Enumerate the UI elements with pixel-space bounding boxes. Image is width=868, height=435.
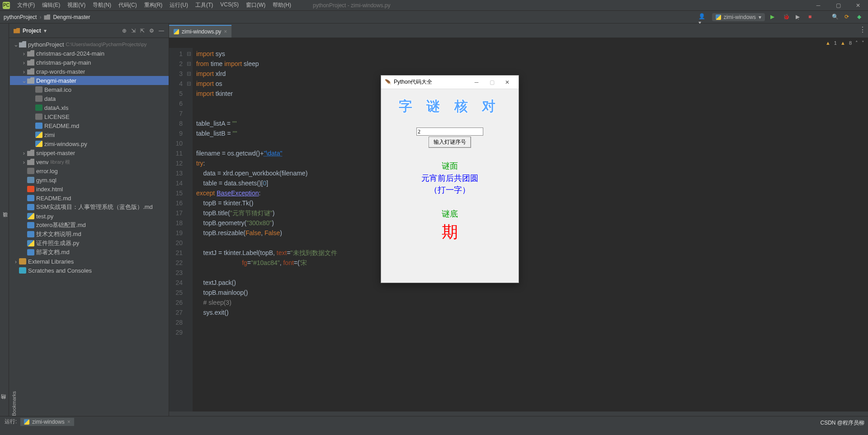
menu-item[interactable]: 编辑(E): [38, 1, 64, 9]
window-title: pythonProject - zimi-windows.py: [313, 2, 390, 9]
tree-row[interactable]: README.md: [10, 194, 169, 203]
tree-row[interactable]: 技术文档说明.md: [10, 230, 169, 239]
tree-row[interactable]: ›crap-words-master: [10, 67, 169, 76]
menu-item[interactable]: VCS(S): [217, 1, 242, 9]
expand-all-icon[interactable]: ⇲: [131, 28, 136, 34]
chevron-right-icon[interactable]: ›: [22, 150, 26, 156]
tab-project[interactable]: 项目: [2, 219, 9, 222]
tree-row[interactable]: zimi: [10, 130, 169, 139]
chevron-right-icon[interactable]: ›: [22, 50, 26, 57]
popup-title-bar[interactable]: 🪶 Python代码大全 ─ ▢ ✕: [381, 76, 519, 89]
debug-button[interactable]: 🐞: [783, 14, 790, 21]
chevron-down-icon[interactable]: ⌄: [14, 41, 18, 48]
tree-row[interactable]: zimi-windows.py: [10, 139, 169, 148]
select-open-file-icon[interactable]: ⊕: [122, 28, 127, 34]
search-icon[interactable]: 🔍: [832, 14, 839, 21]
chevron-right-icon[interactable]: ›: [22, 59, 26, 66]
tree-row[interactable]: dataA.xls: [10, 103, 169, 112]
weak-warning-icon[interactable]: ▲: [840, 40, 845, 46]
tree-item-label: data: [44, 95, 56, 102]
popup-minimize-button[interactable]: ─: [469, 77, 484, 88]
menu-item[interactable]: 代码(C): [115, 1, 141, 9]
project-tree[interactable]: ⌄pythonProjectC:\Users\wdaog\PycharmProj…: [9, 38, 169, 416]
run-with-coverage-button[interactable]: ▶̣: [796, 14, 803, 21]
run-config-label: zimi-windows: [724, 14, 756, 20]
tree-row[interactable]: zotero基础配置.md: [10, 221, 169, 230]
collapse-all-icon[interactable]: ⇱: [140, 28, 145, 34]
minimize-button[interactable]: ─: [808, 0, 828, 11]
tree-row[interactable]: ⌄Dengmi-master: [10, 76, 169, 85]
breadcrumb-folder-icon: [44, 14, 50, 20]
chevron-down-icon[interactable]: ⌄: [22, 77, 26, 84]
riddle-number-input[interactable]: [416, 128, 483, 136]
run-tool-window-bar: 运行: zimi-windows ×: [0, 416, 868, 427]
popup-close-button[interactable]: ✕: [500, 77, 515, 88]
tree-row[interactable]: index.html: [10, 184, 169, 194]
run-tab[interactable]: zimi-windows ×: [20, 418, 74, 426]
menu-item[interactable]: 重构(R): [141, 1, 166, 9]
popup-maximize-button[interactable]: ▢: [484, 77, 500, 88]
tree-row[interactable]: ›venvlibrary 根: [10, 157, 169, 166]
editor-more-icon[interactable]: ⋮: [859, 25, 866, 34]
tree-row[interactable]: gym.sql: [10, 175, 169, 184]
tree-item-label: README.md: [36, 195, 71, 202]
hide-panel-icon[interactable]: —: [159, 28, 164, 34]
menu-item[interactable]: 窗口(W): [242, 1, 269, 9]
chevron-right-icon[interactable]: ›: [22, 159, 26, 165]
tree-row[interactable]: ›christmas-party-main: [10, 58, 169, 67]
tree-row[interactable]: LICENSE: [10, 112, 169, 121]
close-button[interactable]: ✕: [848, 0, 868, 11]
fold-gutter[interactable]: ⊟⊟⊟⊟: [185, 48, 193, 411]
folder-icon: [27, 159, 34, 165]
chevron-down-icon: ▾: [759, 14, 761, 20]
chevron-up-icon[interactable]: ˄: [855, 40, 858, 46]
menu-item[interactable]: 工具(T): [192, 1, 217, 9]
editor-tab-label: zimi-windows.py: [182, 28, 221, 35]
menu-item[interactable]: 导航(N): [89, 1, 115, 9]
code-content[interactable]: import sysfrom time import sleepimport x…: [193, 48, 868, 411]
breadcrumb-item[interactable]: pythonProject: [4, 14, 37, 20]
tab-bookmarks[interactable]: Bookmarks: [11, 391, 17, 416]
stop-button[interactable]: ■: [808, 14, 816, 21]
account-icon[interactable]: 👤▾: [698, 13, 707, 21]
chevron-right-icon[interactable]: ›: [22, 68, 26, 75]
chevron-right-icon[interactable]: ›: [14, 258, 18, 265]
tree-row[interactable]: data: [10, 94, 169, 103]
menu-item[interactable]: 视图(V): [64, 1, 89, 9]
update-icon[interactable]: ⟳: [844, 14, 852, 21]
chevron-down-icon[interactable]: ˅: [862, 40, 864, 46]
tree-row[interactable]: ›christmas-card-2024-main: [10, 49, 169, 58]
tree-row[interactable]: ›snippet-master: [10, 148, 169, 157]
editor-tab[interactable]: zimi-windows.py ×: [169, 25, 231, 38]
tree-row[interactable]: README.md: [10, 121, 169, 130]
tree-row[interactable]: ⌄pythonProjectC:\Users\wdaog\PycharmProj…: [10, 40, 169, 49]
horizontal-scrollbar[interactable]: [169, 411, 868, 416]
submit-button[interactable]: 输入灯谜序号: [429, 137, 471, 148]
menu-item[interactable]: 运行(U): [166, 1, 192, 9]
tree-row[interactable]: 证件照生成器.py: [10, 239, 169, 248]
run-button[interactable]: ▶: [770, 14, 778, 21]
maximize-button[interactable]: ▢: [828, 0, 848, 11]
close-tab-icon[interactable]: ×: [67, 419, 71, 425]
tree-row[interactable]: SSM实战项目：人事管理系统（蓝色版）.md: [10, 203, 169, 212]
breadcrumb-item[interactable]: Dengmi-master: [53, 14, 90, 20]
tree-item-label: Dengmi-master: [36, 77, 76, 84]
warning-triangle-icon[interactable]: ▲: [826, 40, 830, 46]
tree-row[interactable]: 部署文档.md: [10, 248, 169, 257]
tree-item-label: christmas-card-2024-main: [36, 50, 104, 57]
watermark: CSDN @程序员柳: [820, 419, 864, 427]
tree-row[interactable]: ›External Libraries: [10, 257, 169, 266]
tree-row[interactable]: error.log: [10, 166, 169, 175]
editor-tab-bar: zimi-windows.py ×: [169, 24, 868, 38]
menu-item[interactable]: 帮助(H): [269, 1, 295, 9]
toolbox-icon[interactable]: ◆: [857, 14, 864, 21]
run-configuration-selector[interactable]: zimi-windows ▾: [712, 13, 765, 21]
py-icon: [27, 240, 34, 246]
tree-row[interactable]: test.py: [10, 212, 169, 221]
chevron-down-icon[interactable]: ▾: [44, 28, 47, 34]
tree-row[interactable]: Bemail.ico: [10, 85, 169, 94]
close-tab-icon[interactable]: ×: [224, 28, 227, 35]
gear-icon[interactable]: ⚙: [149, 28, 154, 34]
tree-row[interactable]: Scratches and Consoles: [10, 266, 169, 275]
menu-item[interactable]: 文件(F): [14, 1, 38, 9]
